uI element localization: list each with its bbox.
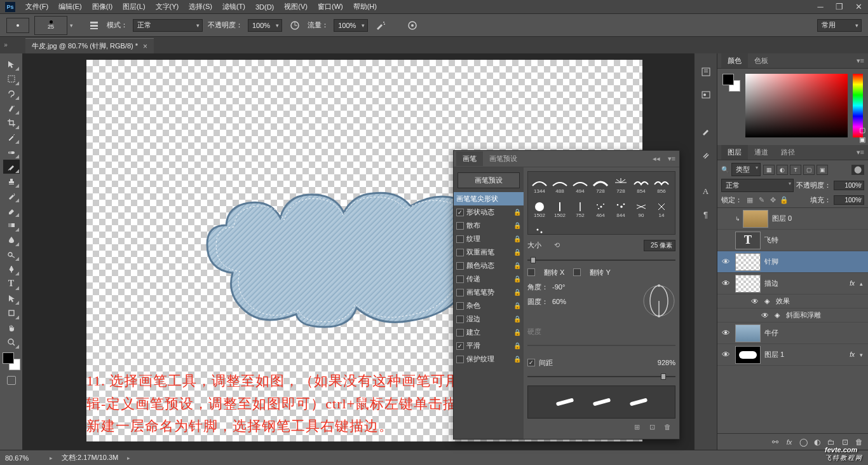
layer-name[interactable]: 图层 1	[764, 350, 846, 359]
brushes-dock-icon[interactable]	[699, 125, 713, 139]
layer-filter-dropdown[interactable]: 类型	[731, 163, 761, 176]
brush-size-reset-icon[interactable]: ⟲	[552, 241, 562, 249]
filter-adjust-icon[interactable]: ◐	[776, 165, 788, 175]
window-maximize[interactable]: ❐	[830, 1, 849, 13]
brush-roundness-value[interactable]: 60%	[552, 298, 584, 305]
foreground-color[interactable]	[3, 352, 14, 364]
brush-thumbnails[interactable]: 1344 488 494 728 728 854 856 1502 1502 7…	[527, 171, 675, 235]
eraser-tool[interactable]	[3, 204, 20, 218]
brush-smoothing[interactable]: 平滑🔒	[454, 339, 524, 352]
layer-visibility-icon[interactable]: 👁	[720, 257, 731, 267]
brush-delete-icon[interactable]: 🗑	[661, 421, 673, 433]
layer-fx-toggle-icon[interactable]: ▴	[860, 281, 865, 287]
brush-transfer[interactable]: 传递🔒	[454, 272, 524, 286]
layer-name[interactable]: 描边	[764, 279, 846, 288]
zoom-tool[interactable]	[3, 335, 20, 349]
tool-indicator[interactable]	[6, 18, 29, 33]
document-tab[interactable]: 牛皮.jpg @ 80.7% (针脚, RGB/8) * ×	[25, 38, 154, 53]
brush-size-slider[interactable]	[527, 256, 675, 264]
lock-all-icon[interactable]: 🔒	[779, 195, 789, 205]
layer-fx-badge[interactable]: fx	[850, 280, 856, 287]
quick-select-tool[interactable]	[3, 101, 20, 115]
layer-opacity-value[interactable]: 100%	[834, 181, 864, 190]
doc-info[interactable]: 文档:2.17M/10.3M	[62, 453, 118, 462]
color-panel-tab[interactable]: 颜色	[721, 53, 748, 68]
layer-thumbnail[interactable]	[735, 346, 761, 364]
properties-panel-icon[interactable]	[699, 88, 713, 102]
gradient-tool[interactable]	[3, 218, 20, 232]
color-field[interactable]	[745, 74, 848, 137]
layer-thumbnail[interactable]	[735, 275, 761, 293]
color-panel-swatches[interactable]	[722, 74, 740, 92]
layer-fill-value[interactable]: 100%	[834, 195, 864, 205]
menu-help[interactable]: 帮助(H)	[348, 0, 382, 13]
swatches-panel-tab[interactable]: 色板	[748, 53, 775, 68]
window-minimize[interactable]: ─	[811, 1, 830, 13]
brush-spacing-checkbox[interactable]	[527, 359, 535, 366]
layer-row[interactable]: 👁 牛仔	[717, 323, 868, 344]
brush-panel-tab-presets[interactable]: 画笔预设	[483, 151, 524, 166]
airbrush-icon[interactable]	[373, 18, 388, 33]
menu-file[interactable]: 文件(F)	[20, 0, 53, 13]
layer-effect-item[interactable]: 👁 ◈ 斜面和浮雕	[717, 309, 868, 323]
brush-panel-menu-icon[interactable]: ▾≡	[664, 153, 679, 164]
pen-tool[interactable]	[3, 262, 20, 276]
quick-mask-toggle[interactable]	[4, 373, 18, 387]
blend-mode-dropdown[interactable]: 正常	[133, 19, 203, 32]
layers-panel-menu-icon[interactable]: ▾≡	[853, 148, 868, 156]
lock-pixels-icon[interactable]: ▦	[745, 195, 755, 205]
character-panel-icon[interactable]: A	[699, 184, 713, 198]
layer-thumbnail[interactable]	[735, 324, 761, 342]
effect-visibility-icon[interactable]: 👁	[759, 311, 771, 320]
brush-shape-dynamics[interactable]: 形状动态🔒	[454, 205, 524, 219]
layer-mask-icon[interactable]: ◯	[797, 436, 810, 448]
layer-blend-dropdown[interactable]: 正常	[721, 179, 794, 192]
layer-effects-row[interactable]: 👁 ◈ 效果	[717, 295, 868, 309]
layer-name[interactable]: 牛仔	[764, 328, 865, 338]
brush-angle-value[interactable]: -90°	[552, 283, 584, 291]
layer-row[interactable]: T 飞特	[717, 230, 868, 251]
filter-type-icon[interactable]: T	[790, 165, 801, 175]
menu-window[interactable]: 窗口(W)	[313, 0, 348, 13]
brush-new-preset-icon[interactable]: ⊡	[646, 421, 658, 433]
layer-row[interactable]: 👁 图层 1 fx ▾	[717, 344, 868, 366]
brush-spacing-value[interactable]: 928%	[658, 359, 675, 366]
link-layers-icon[interactable]: ⚯	[769, 436, 782, 448]
brush-panel-toggle-icon[interactable]	[86, 18, 102, 33]
menu-image[interactable]: 图像(I)	[87, 0, 118, 13]
layer-fx-icon[interactable]: fx	[783, 436, 796, 448]
layer-name[interactable]: 飞特	[764, 235, 865, 245]
layer-visibility-icon[interactable]: 👁	[720, 279, 731, 288]
layer-thumbnail[interactable]: T	[735, 232, 761, 249]
menu-layer[interactable]: 图层(L)	[118, 0, 150, 13]
zoom-level[interactable]: 80.67%	[5, 454, 41, 462]
menu-3d[interactable]: 3D(D)	[250, 1, 279, 13]
menu-view[interactable]: 视图(V)	[279, 0, 313, 13]
brush-toggle-preview-icon[interactable]: ⊞	[631, 421, 642, 433]
layers-panel-tab[interactable]: 图层	[721, 145, 748, 160]
menu-edit[interactable]: 编辑(E)	[53, 0, 87, 13]
layer-fx-badge[interactable]: fx	[850, 351, 856, 358]
filter-shape-icon[interactable]: ▢	[803, 165, 815, 175]
flow-dropdown[interactable]: 100%	[334, 19, 368, 32]
opacity-pressure-icon[interactable]	[287, 18, 302, 33]
menu-type[interactable]: 文字(Y)	[151, 0, 184, 13]
lock-position-icon[interactable]: ✎	[756, 195, 766, 205]
layer-visibility-icon[interactable]: 👁	[720, 350, 731, 359]
layer-row[interactable]: 👁 描边 fx ▴	[717, 273, 868, 295]
brush-preset-button[interactable]: 画笔预设	[458, 172, 520, 188]
new-adjustment-icon[interactable]: ◐	[811, 436, 824, 448]
brush-spacing-slider[interactable]	[527, 373, 675, 380]
tab-expand-icon[interactable]: »	[1, 38, 10, 51]
layer-fx-toggle-icon[interactable]: ▾	[860, 352, 865, 358]
hand-tool[interactable]	[3, 321, 20, 335]
color-swatches[interactable]	[3, 352, 20, 370]
brush-protect-texture[interactable]: 保护纹理🔒	[454, 352, 524, 366]
workspace-preset-dropdown[interactable]: 常用	[817, 19, 862, 32]
filter-toggle-switch[interactable]: ⬤	[851, 165, 864, 175]
stamp-tool[interactable]	[3, 174, 20, 188]
layer-thumbnail[interactable]	[743, 210, 768, 228]
brush-flipx-checkbox[interactable]	[527, 268, 535, 276]
filter-pixel-icon[interactable]: ▦	[763, 165, 775, 175]
layer-name[interactable]: 针脚	[764, 257, 865, 267]
